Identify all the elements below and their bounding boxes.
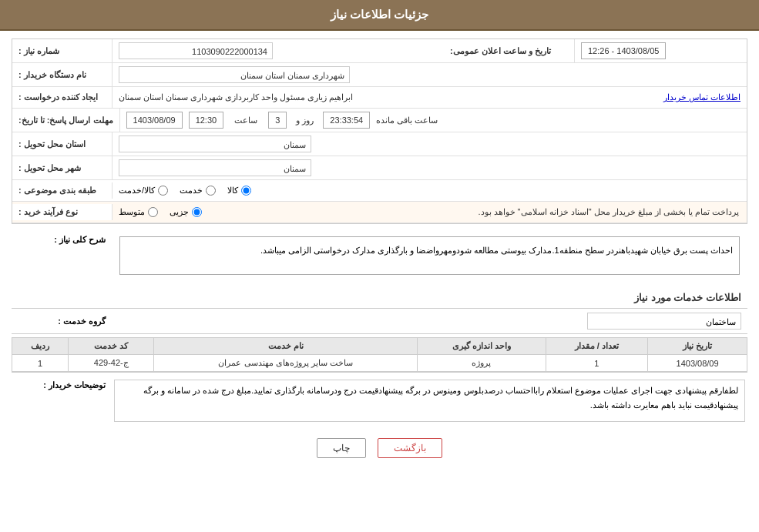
col-service-code: کد خدمت — [69, 338, 154, 355]
need-number-value: 1103090222000134 — [113, 39, 444, 62]
process-row: نوع فرآیند خرید : متوسط جزیی پرداخت تمام… — [12, 202, 747, 223]
province-row: استان محل تحویل : سمنان — [12, 132, 747, 156]
table-header-row: تاریخ نیاز تعداد / مقدار واحد اندازه گیر… — [12, 338, 747, 355]
time-label: ساعت — [234, 115, 257, 125]
remaining-time-box: 23:33:54 — [323, 112, 370, 129]
process-options: متوسط جزیی — [113, 207, 298, 217]
category-kala[interactable]: کالا — [227, 186, 251, 196]
announce-date-value: 1403/08/05 - 12:26 — [575, 39, 747, 62]
creator-contact-link[interactable]: اطلاعات تماس خریدار — [663, 92, 741, 102]
buyer-org-label: نام دستگاه خریدار : — [12, 63, 113, 86]
creator-name: ابراهیم زیاری مسئول واحد کاربردازی شهردا… — [119, 92, 353, 102]
category-options: کالا/خدمت خدمت کالا — [113, 186, 747, 196]
deadline-row: مهلت ارسال پاسخ: تا تاریخ: ساعت باقی مان… — [12, 109, 747, 132]
col-row-num: ردیف — [12, 338, 69, 355]
service-group-input: ساختمان — [587, 313, 741, 330]
cell-service-code: ج-42-429 — [69, 355, 154, 372]
service-group-label: گروه خدمت : — [12, 316, 112, 326]
buyer-org-input: شهرداری سمنان استان سمنان — [119, 66, 350, 83]
process-jozi[interactable]: جزیی — [170, 207, 202, 217]
need-desc-box: احداث پست برق خیابان شهیدباهنردر سطح منط… — [119, 236, 740, 275]
need-desc-container: شرح کلی نیاز : احداث پست برق خیابان شهید… — [12, 230, 747, 281]
col-service-name: نام خدمت — [154, 338, 418, 355]
process-motavasset[interactable]: متوسط — [119, 207, 158, 217]
col-quantity: تعداد / مقدار — [546, 338, 648, 355]
province-label: استان محل تحویل : — [12, 132, 113, 156]
process-note: پرداخت تمام یا بخشی از مبلغ خریدار محل "… — [298, 207, 747, 217]
buyer-notes-container: توضیحات خریدار : لطفارقم پیشنهادی جهت اج… — [12, 372, 747, 429]
remaining-label: ساعت باقی مانده — [376, 115, 438, 125]
process-label: نوع فرآیند خرید : — [12, 204, 113, 220]
services-table: تاریخ نیاز تعداد / مقدار واحد اندازه گیر… — [12, 337, 747, 372]
deadline-time-box: 12:30 — [189, 112, 224, 129]
category-row: طبقه بندی موضوعی : کالا/خدمت خدمت کالا — [12, 180, 747, 202]
days-label: روز و — [296, 115, 314, 125]
cell-quantity: 1 — [546, 355, 648, 372]
cell-need-date: 1403/08/09 — [648, 355, 747, 372]
service-group-value: ساختمان — [112, 313, 747, 330]
main-info-section: شماره نیاز : 1103090222000134 تاریخ و سا… — [12, 38, 747, 224]
city-value: سمنان — [113, 156, 747, 179]
service-group-row: گروه خدمت : ساختمان — [12, 309, 747, 334]
col-unit: واحد اندازه گیری — [418, 338, 546, 355]
buyer-org-value: شهرداری سمنان استان سمنان — [113, 63, 747, 86]
print-button[interactable]: چاپ — [317, 438, 366, 458]
city-row: شهر محل تحویل : سمنان — [12, 156, 747, 180]
col-need-date: تاریخ نیاز — [648, 338, 747, 355]
table-row: 1403/08/09 1 پروژه ساخت سایر پروژه‌های م… — [12, 355, 747, 372]
back-button[interactable]: بازگشت — [378, 438, 442, 458]
buyer-org-row: نام دستگاه خریدار : شهرداری سمنان استان … — [12, 63, 747, 87]
category-label: طبقه بندی موضوعی : — [12, 182, 113, 199]
deadline-values: ساعت باقی مانده 23:33:54 روز و 3 ساعت 12… — [120, 109, 747, 132]
need-number-label: شماره نیاز : — [12, 39, 113, 62]
announce-date-label: تاریخ و ساعت اعلان عمومی: — [444, 39, 575, 62]
creator-value: اطلاعات تماس خریدار ابراهیم زیاری مسئول … — [113, 87, 747, 108]
province-input: سمنان — [119, 136, 311, 152]
need-desc-label: شرح کلی نیاز : — [12, 230, 112, 249]
page-header: جزئیات اطلاعات نیاز — [0, 0, 759, 31]
deadline-label: مهلت ارسال پاسخ: تا تاریخ: — [12, 109, 120, 132]
category-khidmat[interactable]: خدمت — [180, 186, 216, 196]
creator-row: ایجاد کننده درخواست : اطلاعات تماس خریدا… — [12, 87, 747, 109]
services-header: اطلاعات خدمات مورد نیاز — [12, 287, 747, 309]
buyer-notes-text: لطفارقم پیشنهادی جهت اجرای عملیات موضوع … — [114, 380, 745, 422]
need-number-row: شماره نیاز : 1103090222000134 تاریخ و سا… — [12, 39, 747, 63]
button-row: بازگشت چاپ — [12, 429, 747, 464]
need-number-input: 1103090222000134 — [119, 42, 273, 59]
days-box: 3 — [268, 112, 287, 129]
city-input: سمنان — [119, 159, 311, 176]
cell-row-num: 1 — [12, 355, 69, 372]
creator-label: ایجاد کننده درخواست : — [12, 87, 113, 108]
city-label: شهر محل تحویل : — [12, 156, 113, 179]
cell-unit: پروژه — [418, 355, 546, 372]
announce-date-box: 1403/08/05 - 12:26 — [581, 42, 666, 59]
category-kala-khidmat[interactable]: کالا/خدمت — [119, 186, 168, 196]
page-title: جزئیات اطلاعات نیاز — [331, 8, 428, 21]
buyer-notes-label: توضیحات خریدار : — [12, 377, 112, 393]
cell-service-name: ساخت سایر پروژه‌های مهندسی عمران — [154, 355, 418, 372]
province-value: سمنان — [113, 132, 747, 156]
deadline-date-box: 1403/08/09 — [126, 112, 183, 129]
